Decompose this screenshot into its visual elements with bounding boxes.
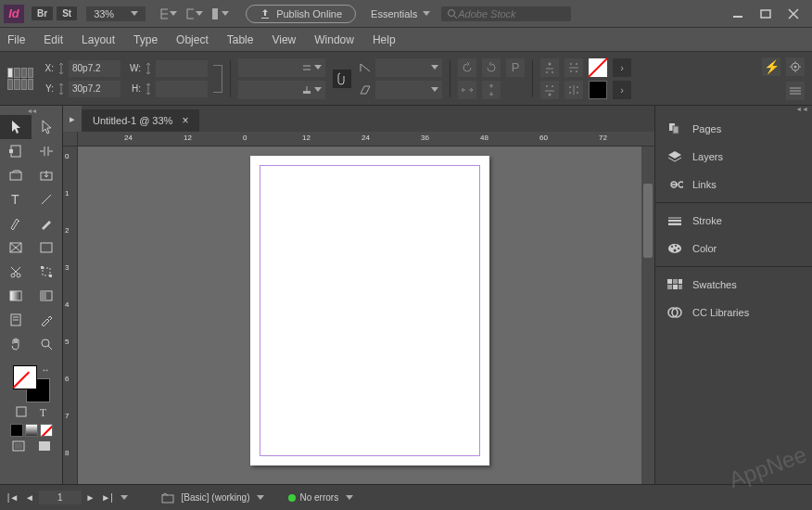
pen-tool[interactable]	[0, 211, 32, 236]
rotate-dropdown[interactable]	[375, 58, 442, 77]
document-tab[interactable]: Untitled-1 @ 33% ×	[82, 109, 199, 132]
apply-gradient[interactable]	[25, 424, 38, 437]
pencil-tool[interactable]	[32, 211, 63, 236]
search-input[interactable]	[458, 8, 551, 19]
direct-selection-tool[interactable]	[32, 115, 63, 139]
gradient-swatch-tool[interactable]	[0, 284, 32, 308]
menu-window[interactable]: Window	[314, 33, 354, 46]
more-1[interactable]: ›	[613, 58, 631, 77]
color-panel[interactable]: Color	[655, 235, 812, 262]
stroke-panel[interactable]: Stroke	[655, 207, 812, 235]
menu-layout[interactable]: Layout	[82, 33, 115, 46]
eyedropper-tool[interactable]	[32, 308, 63, 332]
swatches-panel[interactable]: Swatches	[655, 271, 812, 299]
minimize-button[interactable]	[732, 8, 743, 19]
scissors-tool[interactable]	[0, 260, 32, 284]
arrange-icon[interactable]	[212, 6, 229, 22]
rotate-ccw-button[interactable]	[458, 58, 476, 77]
para-style-dropdown[interactable]	[238, 81, 325, 99]
stock-search[interactable]	[441, 6, 571, 21]
menu-table[interactable]: Table	[227, 33, 254, 46]
next-page-button[interactable]: ►	[83, 491, 98, 505]
preflight-dropdown[interactable]	[257, 495, 264, 500]
menu-help[interactable]: Help	[373, 33, 396, 46]
char-style-dropdown[interactable]	[238, 58, 325, 77]
flip-v-button[interactable]	[482, 81, 501, 99]
zoom-select[interactable]: 33%	[86, 6, 146, 21]
constrain-wh-icon[interactable]	[213, 65, 222, 93]
content-collector-tool[interactable]	[0, 163, 32, 187]
workspace-select[interactable]: Essentials	[371, 8, 430, 19]
menu-edit[interactable]: Edit	[44, 33, 63, 46]
page-icon[interactable]: P	[506, 58, 525, 77]
gap-tool[interactable]	[32, 139, 63, 163]
maximize-button[interactable]	[760, 8, 771, 19]
flip-h-button[interactable]	[458, 81, 476, 99]
zoom-tool[interactable]	[32, 332, 63, 356]
apply-color[interactable]	[10, 424, 23, 437]
hand-tool[interactable]	[0, 332, 32, 356]
rect-frame-tool[interactable]	[0, 236, 32, 260]
line-tool[interactable]	[32, 187, 63, 211]
rect-tool[interactable]	[32, 236, 63, 260]
y-input[interactable]	[69, 81, 121, 97]
stock-chip[interactable]: St	[57, 6, 77, 20]
align-1[interactable]	[540, 58, 559, 77]
align-4[interactable]	[565, 81, 583, 99]
bridge-chip[interactable]: Br	[32, 6, 53, 20]
preview-button[interactable]	[38, 440, 51, 452]
menu-view[interactable]: View	[272, 33, 296, 46]
errors-dropdown[interactable]	[346, 495, 353, 500]
publish-online-button[interactable]: Publish Online	[246, 5, 356, 23]
free-transform-tool[interactable]	[32, 260, 63, 284]
rotate-cw-button[interactable]	[482, 58, 501, 77]
panel-menu-button[interactable]	[786, 82, 805, 100]
tab-scroll[interactable]: ▸	[63, 106, 82, 132]
menu-file[interactable]: File	[7, 33, 25, 46]
close-tab-button[interactable]: ×	[182, 114, 188, 127]
vertical-scrollbar[interactable]	[641, 147, 654, 484]
preflight-profile[interactable]: [Basic] (working)	[182, 492, 250, 503]
page[interactable]	[250, 156, 489, 465]
menu-object[interactable]: Object	[176, 33, 209, 46]
page-number-field[interactable]: 1	[39, 491, 82, 504]
layers-panel[interactable]: Layers	[655, 143, 812, 171]
dock-collapse[interactable]: ◄◄	[655, 106, 812, 115]
canvas[interactable]	[78, 147, 654, 484]
horizontal-ruler[interactable]: 24120122436486072	[78, 132, 654, 147]
toolbox-collapse[interactable]	[0, 106, 62, 115]
ruler-origin[interactable]	[63, 132, 78, 147]
links-panel[interactable]: Links	[655, 171, 812, 198]
note-tool[interactable]	[0, 308, 32, 332]
preflight-status[interactable]: No errors	[288, 492, 338, 503]
apply-none[interactable]	[40, 424, 53, 437]
screen-mode-icon[interactable]	[186, 6, 203, 22]
open-icon[interactable]	[161, 492, 174, 504]
prefs-button[interactable]	[786, 57, 805, 76]
reference-point-grid[interactable]	[7, 68, 33, 90]
format-container-button[interactable]	[16, 406, 27, 420]
more-2[interactable]: ›	[613, 81, 631, 99]
selection-tool[interactable]	[0, 115, 32, 139]
vertical-ruler[interactable]: 012345678	[63, 147, 78, 484]
w-input[interactable]	[156, 60, 208, 77]
align-3[interactable]	[540, 81, 559, 99]
gradient-feather-tool[interactable]	[32, 284, 63, 308]
normal-view-button[interactable]	[12, 440, 25, 452]
first-page-button[interactable]: |◄	[6, 491, 20, 505]
last-page-button[interactable]: ►|	[100, 491, 115, 505]
shear-dropdown[interactable]	[375, 81, 442, 99]
pages-panel[interactable]: Pages	[655, 115, 812, 143]
h-input[interactable]	[156, 81, 208, 97]
clip-button[interactable]	[333, 70, 351, 88]
cc-libraries-panel[interactable]: CC Libraries	[655, 299, 812, 326]
page-tool[interactable]	[0, 139, 32, 163]
x-input[interactable]	[69, 60, 121, 77]
page-dropdown[interactable]	[121, 495, 128, 500]
close-button[interactable]	[788, 8, 799, 19]
quick-apply-button[interactable]: ⚡	[762, 57, 780, 76]
content-placer-tool[interactable]	[32, 163, 63, 187]
menu-type[interactable]: Type	[133, 33, 158, 46]
fill-indicator[interactable]	[589, 58, 607, 77]
format-text-button[interactable]: T	[40, 406, 46, 420]
